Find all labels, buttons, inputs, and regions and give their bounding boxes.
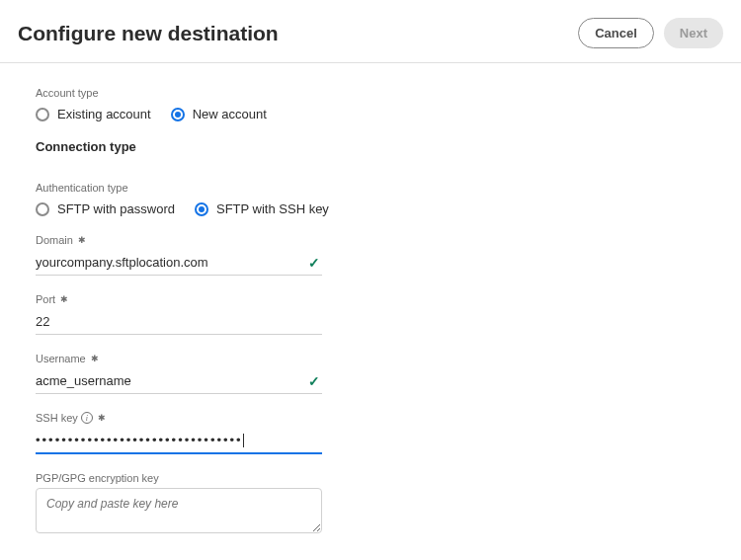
text-cursor [243,434,244,447]
required-asterisk: ✱ [60,294,68,304]
auth-type-label: Authentication type [36,182,705,194]
sshkey-input[interactable]: •••••••••••••••••••••••••••••••• [36,433,243,447]
account-type-label: Account type [36,87,705,99]
radio-icon [195,202,208,216]
field-label-text: Domain [36,234,73,246]
account-type-options: Existing account New account [36,107,705,121]
field-label-text: Port [36,293,55,305]
info-icon[interactable]: i [81,412,93,424]
radio-label: New account [193,107,267,121]
cancel-button[interactable]: Cancel [578,18,654,48]
sshkey-field-group: SSH key i ✱ ••••••••••••••••••••••••••••… [36,412,322,454]
sftp-password-option[interactable]: SFTP with password [36,201,175,216]
page-title: Configure new destination [18,22,279,45]
radio-label: Existing account [57,107,151,121]
username-input-wrap[interactable]: ✓ [36,368,322,394]
sshkey-label: SSH key i ✱ [36,412,322,424]
username-label: Username ✱ [36,353,322,364]
auth-type-options: SFTP with password SFTP with SSH key [36,201,705,216]
pgp-label: PGP/GPG encryption key [36,472,322,484]
radio-icon [36,202,49,216]
port-input-wrap[interactable] [36,309,322,335]
port-input[interactable] [36,314,322,329]
sftp-sshkey-option[interactable]: SFTP with SSH key [195,201,329,216]
domain-input[interactable] [36,255,322,270]
next-button: Next [664,18,723,48]
port-label: Port ✱ [36,293,322,305]
connection-type-heading: Connection type [36,139,705,154]
form-body: Account type Existing account New accoun… [0,63,741,560]
radio-label: SFTP with password [57,201,175,216]
port-field-group: Port ✱ [36,293,322,335]
field-label-text: SSH key [36,412,78,424]
radio-icon [36,108,49,121]
pgp-textarea[interactable] [36,488,322,533]
pgp-field-group: PGP/GPG encryption key [36,472,322,537]
required-asterisk: ✱ [98,413,106,423]
sshkey-input-wrap[interactable]: •••••••••••••••••••••••••••••••• [36,428,322,454]
required-asterisk: ✱ [91,354,99,363]
radio-icon [171,108,185,121]
check-icon: ✓ [308,255,320,271]
username-input[interactable] [36,373,322,388]
domain-label: Domain ✱ [36,234,322,246]
header-buttons: Cancel Next [578,18,723,48]
field-label-text: Username [36,353,86,364]
field-label-text: PGP/GPG encryption key [36,472,159,484]
page-header: Configure new destination Cancel Next [0,0,741,63]
username-field-group: Username ✱ ✓ [36,353,322,394]
radio-label: SFTP with SSH key [216,201,329,216]
check-icon: ✓ [308,373,320,389]
domain-field-group: Domain ✱ ✓ [36,234,322,276]
domain-input-wrap[interactable]: ✓ [36,250,322,276]
new-account-option[interactable]: New account [171,107,267,121]
required-asterisk: ✱ [78,235,86,245]
existing-account-option[interactable]: Existing account [36,107,151,121]
